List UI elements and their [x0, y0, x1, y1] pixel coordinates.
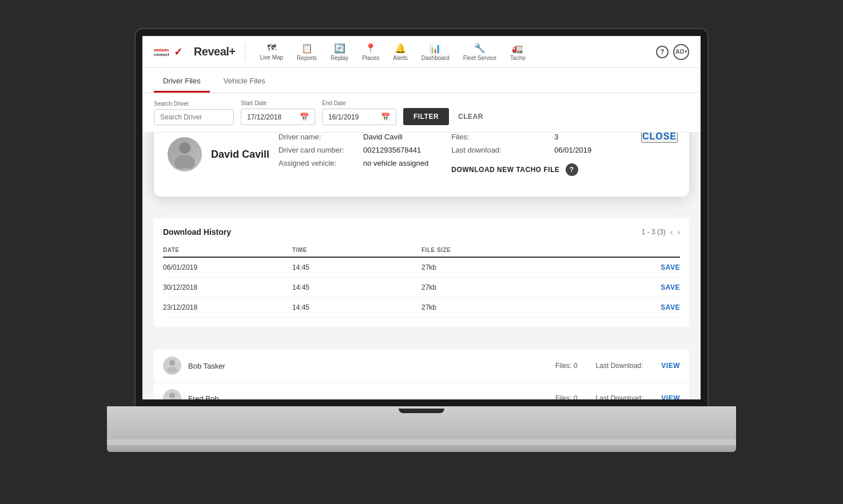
- view-button[interactable]: VIEW: [661, 394, 680, 399]
- laptop-container: verizon connect ✓ Reveal+ 🗺 Live Map: [107, 29, 736, 475]
- pagination-next-icon[interactable]: ›: [677, 227, 680, 237]
- last-download-label: Last download:: [451, 146, 520, 154]
- list-item: Fred Bob Files: 0 Last Download: VIEW: [154, 382, 689, 399]
- cell-date: 30/12/2018: [163, 278, 292, 298]
- divider: [245, 43, 245, 61]
- driver-avatar-icon: [166, 391, 178, 399]
- driver-avatar-icon: [166, 359, 178, 373]
- driver-row-last-download: Last Download:: [596, 362, 643, 370]
- files-label: Files:: [451, 133, 520, 141]
- filter-bar: Search Driver Start Date 17/12/2018 📅 En…: [142, 93, 701, 133]
- driver-row-name: Fred Bob: [188, 394, 548, 400]
- laptop-screen: verizon connect ✓ Reveal+ 🗺 Live Map: [136, 29, 707, 406]
- nav-item-replay[interactable]: 🔄 Replay: [325, 41, 354, 63]
- tacho-icon: 🚛: [512, 43, 523, 54]
- avatar-initials: AO: [675, 49, 684, 55]
- cell-file-size: 27kb: [422, 257, 576, 278]
- user-avatar[interactable]: AO ▾: [673, 44, 689, 60]
- clear-button[interactable]: CLEAR: [456, 108, 486, 125]
- download-help-icon[interactable]: ?: [566, 163, 578, 176]
- nav-label-tacho: Tacho: [510, 55, 526, 61]
- files-value: 3: [554, 133, 558, 141]
- cell-time: 14:45: [292, 298, 422, 318]
- alerts-icon: 🔔: [395, 43, 406, 54]
- laptop-notch: [399, 409, 444, 413]
- app-container: verizon connect ✓ Reveal+ 🗺 Live Map: [142, 36, 701, 399]
- driver-name-label: Driver name:: [279, 133, 359, 141]
- svg-point-3: [167, 367, 177, 373]
- pagination-info: 1 - 3 (3) ‹ ›: [642, 227, 680, 237]
- pagination-prev-icon[interactable]: ‹: [670, 227, 673, 237]
- start-date-calendar-icon: 📅: [300, 113, 309, 121]
- start-date-field: Start Date 17/12/2018 📅: [241, 100, 315, 125]
- nav-label-replay: Replay: [331, 55, 348, 61]
- search-driver-input[interactable]: [154, 109, 234, 125]
- fleet-service-icon: 🔧: [474, 43, 486, 54]
- cell-time: 14:45: [292, 278, 422, 298]
- screen-inner: verizon connect ✓ Reveal+ 🗺 Live Map: [142, 36, 701, 399]
- end-date-value: 16/1/2019: [328, 113, 359, 121]
- driver-row-files: Files: 0: [555, 362, 578, 370]
- nav-item-dashboard[interactable]: 📊 Dashboard: [416, 41, 455, 63]
- cell-action: SAVE: [576, 278, 680, 298]
- save-button[interactable]: SAVE: [661, 263, 680, 271]
- col-header-action: [576, 243, 680, 257]
- driver-name-row: Driver name: David Cavill: [279, 133, 428, 141]
- tabs-bar: Driver Files Vehicle Files: [142, 68, 701, 93]
- download-tacho-row: DOWNLOAD NEW TACHO FILE ?: [451, 163, 591, 176]
- tab-vehicle-files[interactable]: Vehicle Files: [214, 71, 275, 93]
- driver-avatar-image: [168, 137, 202, 171]
- nav-item-reports[interactable]: 📋 Reports: [291, 41, 323, 63]
- last-download-row: Last download: 06/01/2019: [451, 146, 591, 154]
- nav-label-dashboard: Dashboard: [422, 55, 450, 61]
- filter-button[interactable]: FILTER: [403, 108, 449, 125]
- avatar-dropdown-icon: ▾: [685, 49, 687, 54]
- nav-item-alerts[interactable]: 🔔 Alerts: [387, 41, 413, 63]
- app-name: Reveal+: [194, 45, 236, 58]
- nav-item-live-map[interactable]: 🗺 Live Map: [255, 41, 289, 63]
- main-content: CLOSE: [142, 133, 701, 399]
- save-button[interactable]: SAVE: [661, 303, 680, 311]
- avatar-svg: [173, 140, 196, 169]
- connect-text: connect: [154, 53, 169, 57]
- save-button[interactable]: SAVE: [661, 283, 680, 291]
- files-count-row: Files: 3: [451, 133, 591, 141]
- start-date-value: 17/12/2018: [247, 113, 281, 121]
- download-history: Download History 1 - 3 (3) ‹ › DATE: [154, 218, 689, 327]
- col-header-time: TIME: [292, 243, 422, 257]
- search-driver-label: Search Driver: [154, 101, 234, 107]
- checkmark-icon: ✓: [174, 46, 182, 58]
- svg-point-2: [169, 360, 175, 366]
- nav-label-reports: Reports: [297, 55, 317, 61]
- driver-row-avatar: [163, 357, 181, 375]
- nav-item-tacho[interactable]: 🚛 Tacho: [504, 41, 531, 63]
- nav-item-fleet-service[interactable]: 🔧 Fleet Service: [458, 41, 502, 63]
- laptop-foot: [107, 445, 736, 452]
- nav-label-live-map: Live Map: [260, 54, 284, 61]
- col-header-file-size: FILE SIZE: [422, 243, 576, 257]
- download-tacho-button[interactable]: DOWNLOAD NEW TACHO FILE: [451, 166, 559, 174]
- history-table: DATE TIME FILE SIZE 06/01/2019 14:45 27k…: [163, 243, 680, 318]
- reports-icon: 📋: [301, 43, 313, 54]
- card-header: David Cavill Driver name: David Cavill: [168, 133, 675, 176]
- tab-driver-files[interactable]: Driver Files: [154, 71, 210, 93]
- driver-row-files: Files: 0: [555, 394, 578, 399]
- end-date-input[interactable]: 16/1/2019 📅: [322, 109, 396, 125]
- svg-point-1: [174, 155, 195, 169]
- last-download-value: 06/01/2019: [554, 146, 591, 154]
- places-icon: 📍: [365, 43, 376, 54]
- end-date-field: End Date 16/1/2019 📅: [322, 100, 396, 125]
- nav-label-fleet-service: Fleet Service: [463, 55, 496, 61]
- nav-items: 🗺 Live Map 📋 Reports 🔄 Replay 📍: [255, 41, 656, 63]
- nav-label-places: Places: [362, 55, 379, 61]
- cell-action: SAVE: [576, 257, 680, 278]
- cell-file-size: 27kb: [422, 298, 576, 318]
- pagination-range: 1 - 3 (3): [642, 228, 666, 236]
- help-button[interactable]: ?: [656, 46, 669, 58]
- start-date-input[interactable]: 17/12/2018 📅: [241, 109, 315, 125]
- nav-item-places[interactable]: 📍 Places: [356, 41, 385, 63]
- close-button[interactable]: CLOSE: [641, 133, 678, 143]
- view-button[interactable]: VIEW: [661, 362, 680, 370]
- start-date-label: Start Date: [241, 100, 315, 106]
- table-row: 30/12/2018 14:45 27kb SAVE: [163, 278, 680, 298]
